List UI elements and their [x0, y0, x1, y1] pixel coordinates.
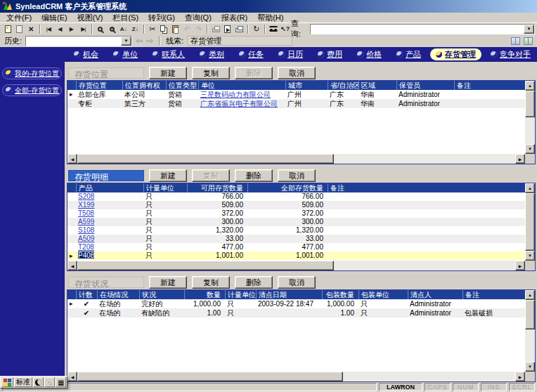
history-combobox[interactable] — [25, 36, 132, 46]
redo-icon[interactable] — [193, 24, 205, 34]
col-pack-qty[interactable]: 包装数量 — [322, 290, 358, 299]
detail-delete-button[interactable]: 删除 — [235, 169, 273, 182]
col-presence[interactable]: 在场情况 — [97, 290, 139, 299]
table-row[interactable]: S108 只 1,320.00 1,320.00 — [67, 226, 525, 235]
status-delete-button[interactable]: 删除 — [235, 276, 273, 289]
tab-inventory[interactable]: 存货管理 — [430, 48, 481, 60]
selected-table-row[interactable]: P408 只 1,001.00 1,001.00 — [67, 251, 525, 260]
scrollbar-thumb[interactable] — [525, 193, 535, 251]
print-icon[interactable] — [210, 24, 222, 34]
ime-soft-keyboard-icon[interactable] — [56, 377, 66, 387]
first-record-icon[interactable] — [43, 24, 55, 34]
tab-competitor[interactable]: 竞争对手 — [485, 48, 536, 60]
open-book-icon[interactable] — [511, 37, 520, 45]
product-link[interactable]: S208 — [78, 192, 94, 200]
col-qty[interactable]: 数量 — [184, 290, 225, 299]
table-row[interactable]: 专柜 第三方 货箱 广东省振兴电子有限公司 广州 广东 华南 Administr… — [67, 99, 525, 108]
col-ownership[interactable]: 位置拥有权 — [122, 81, 166, 90]
history-back-icon[interactable]: ⇦ — [136, 37, 143, 45]
scroll-up-icon[interactable] — [525, 81, 535, 91]
tab-company[interactable]: 单位 — [108, 48, 143, 60]
col-note[interactable]: 备注 — [454, 81, 525, 90]
vertical-scrollbar[interactable] — [525, 81, 535, 154]
search-icon[interactable] — [95, 24, 107, 34]
scroll-up-icon[interactable] — [525, 183, 535, 193]
ime-punctuation-toggle-icon[interactable]: ·, — [44, 377, 55, 387]
query-combobox-value[interactable] — [311, 25, 524, 34]
menu-query[interactable]: 查询(Q) — [180, 12, 216, 24]
menu-edit[interactable]: 编辑(E) — [37, 12, 72, 24]
menu-help[interactable]: 帮助(H) — [252, 12, 288, 24]
ime-mode-button[interactable]: 标准 — [14, 377, 32, 387]
tab-task[interactable]: 任务 — [233, 48, 269, 60]
ime-logo-icon[interactable] — [1, 377, 13, 387]
sidebar-item-all-locations[interactable]: 全部-存货位置 — [2, 84, 62, 96]
col-type[interactable]: 位置类型 — [166, 81, 198, 90]
new-record-icon[interactable] — [2, 24, 14, 34]
col-condition[interactable]: 状况 — [139, 290, 184, 299]
location-new-button[interactable]: 新建 — [149, 67, 187, 79]
scroll-down-icon[interactable] — [525, 362, 535, 372]
tab-price[interactable]: 价格 — [351, 48, 387, 60]
cut-icon[interactable] — [147, 24, 159, 34]
product-link[interactable]: T508 — [78, 209, 94, 217]
col-unit[interactable]: 单位 — [198, 81, 285, 90]
col-total-qty[interactable]: 全部存货数量 — [247, 183, 328, 192]
scroll-right-icon[interactable] — [515, 372, 525, 381]
table-row[interactable]: A599 只 300.00 300.00 — [67, 218, 525, 226]
notebook-icon[interactable] — [524, 37, 533, 45]
scrollbar-thumb[interactable] — [77, 261, 334, 270]
scroll-right-icon[interactable] — [515, 261, 525, 270]
product-link[interactable]: A509 — [78, 235, 94, 242]
scroll-left-icon[interactable] — [67, 372, 77, 381]
status-new-button[interactable]: 新建 — [149, 276, 187, 289]
table-row[interactable]: ✔ 在场的 完好的 1,000.00 只 2003-09-22 18:47 1,… — [67, 299, 525, 308]
col-location[interactable]: 存货位置 — [76, 81, 122, 90]
col-counted[interactable]: 计数 — [76, 290, 97, 299]
refresh-icon[interactable] — [251, 24, 263, 34]
scrollbar-thumb[interactable] — [77, 372, 343, 381]
sort-ascending-icon[interactable] — [118, 24, 130, 34]
table-row[interactable]: T508 只 372.00 372.00 — [67, 209, 525, 218]
history-forward-icon[interactable]: ⇨ — [146, 37, 153, 45]
scroll-down-icon[interactable] — [525, 251, 535, 261]
product-link[interactable]: T208 — [78, 243, 94, 251]
sort-descending-icon[interactable] — [129, 24, 141, 34]
detail-cancel-button[interactable]: 取消 — [278, 169, 316, 182]
query-dropdown-icon[interactable] — [524, 25, 534, 34]
scroll-down-icon[interactable] — [525, 144, 535, 154]
prev-record-icon[interactable] — [54, 24, 66, 34]
menu-view[interactable]: 视图(V) — [72, 12, 108, 24]
location-cancel-button[interactable]: 取消 — [278, 67, 316, 79]
menu-report[interactable]: 报表(R) — [216, 12, 252, 24]
last-record-icon[interactable] — [77, 24, 89, 34]
col-pack-uom[interactable]: 包装单位 — [358, 290, 408, 299]
ime-fullwidth-toggle-icon[interactable] — [33, 377, 44, 387]
col-note[interactable]: 备注 — [328, 183, 525, 192]
paste-icon[interactable] — [170, 24, 182, 34]
product-link[interactable]: X199 — [78, 201, 94, 209]
scrollbar-thumb[interactable] — [525, 91, 535, 117]
col-city[interactable]: 城市 — [285, 81, 328, 90]
status-cancel-button[interactable]: 取消 — [278, 276, 316, 289]
table-row[interactable]: T208 只 477.00 477.00 — [67, 243, 525, 251]
history-dropdown-icon[interactable] — [121, 37, 131, 46]
status-copy-button[interactable]: 复制 — [192, 276, 230, 289]
tab-opportunity[interactable]: 机会 — [68, 48, 104, 60]
export-icon[interactable] — [222, 24, 234, 34]
table-row[interactable]: X199 只 509.00 509.00 — [67, 201, 525, 209]
unit-link[interactable]: 广东省振兴电子有限公司 — [200, 100, 278, 107]
copy-icon[interactable] — [158, 24, 170, 34]
col-available-qty[interactable]: 可用存货数量 — [187, 183, 247, 192]
col-product[interactable]: 产品 — [76, 183, 143, 192]
filter-search-icon[interactable] — [106, 24, 118, 34]
scroll-left-icon[interactable] — [67, 154, 77, 164]
tab-expense[interactable]: 费用 — [312, 48, 348, 60]
horizontal-scrollbar[interactable] — [67, 154, 525, 164]
context-help-icon[interactable] — [280, 24, 292, 34]
horizontal-scrollbar[interactable] — [67, 372, 525, 381]
query-combobox[interactable] — [310, 24, 535, 34]
detail-new-button[interactable]: 新建 — [149, 169, 187, 182]
table-row[interactable]: ✔ 在场的 有缺陷的 1.00 只 1.00 只 Administrator 包… — [67, 308, 525, 318]
scrollbar-thumb[interactable] — [77, 154, 334, 164]
